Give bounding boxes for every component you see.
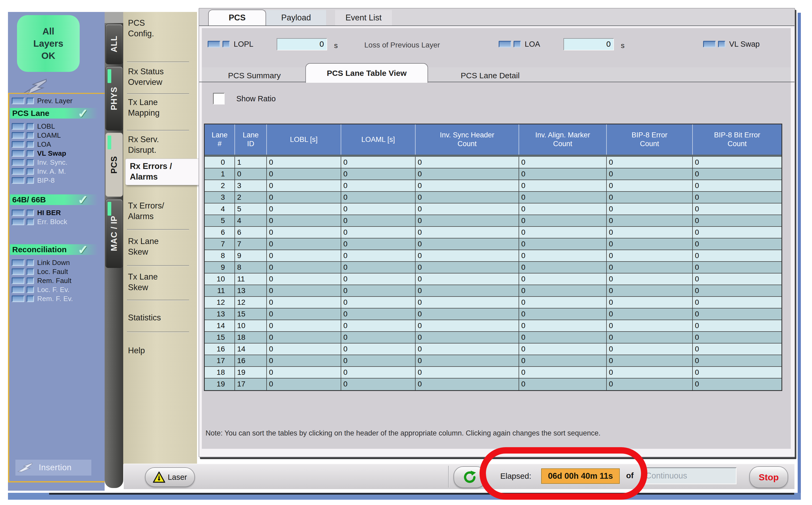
history-led xyxy=(12,296,24,302)
tab-event-list[interactable]: Event List xyxy=(335,10,392,25)
table-cell: 0 xyxy=(693,274,782,285)
table-cell: 0 xyxy=(693,215,782,226)
status-sidebar: All Layers OK Prev. LayerPCS Lane✓LOBLLO… xyxy=(8,12,105,491)
column-header-bip-8-bit-error-count[interactable]: BIP-8 Bit Error Count xyxy=(693,124,782,155)
menu-item-rx-status-overview[interactable]: Rx Status Overview xyxy=(128,66,163,88)
column-header-loaml-s[interactable]: LOAML [s] xyxy=(341,124,416,155)
table-cell: 0 xyxy=(693,157,782,168)
table-cell: 0 xyxy=(416,238,519,249)
stop-button[interactable]: Stop xyxy=(749,466,788,488)
menu-item-rx-serv-disrupt[interactable]: Rx Serv. Disrupt. xyxy=(128,134,159,155)
menu-item-pcs-config[interactable]: PCS Config. xyxy=(128,18,154,39)
table-cell: 0 xyxy=(267,157,341,168)
status-item-bip-8: BIP-8 xyxy=(10,176,103,185)
table-cell: 11 xyxy=(235,274,267,285)
status-item-label: HI BER xyxy=(37,209,61,217)
insertion-button[interactable]: Insertion xyxy=(15,460,91,476)
show-ratio-checkbox[interactable] xyxy=(213,93,225,105)
table-cell: 2 xyxy=(205,180,235,191)
table-cell: 0 xyxy=(693,320,782,331)
menu-item-rx-lane-skew[interactable]: Rx Lane Skew xyxy=(128,236,158,257)
insertion-label: Insertion xyxy=(39,463,72,472)
table-cell: 10 xyxy=(235,320,267,331)
status-group-reconciliation: Reconciliation✓ xyxy=(10,244,98,255)
table-cell: 0 xyxy=(416,297,519,308)
current-led xyxy=(26,123,34,130)
column-header-bip-8-error-count[interactable]: BIP-8 Error Count xyxy=(607,124,693,155)
layer-tab-pcs[interactable]: PCS xyxy=(105,133,123,197)
annotation-red-oval xyxy=(480,447,648,500)
history-led xyxy=(12,209,24,216)
layer-tab-all[interactable]: ALL xyxy=(105,24,123,64)
table-cell: 0 xyxy=(519,192,607,203)
menu-item-tx-errors-alarms[interactable]: Tx Errors/ Alarms xyxy=(128,200,164,222)
table-row: 1819000000 xyxy=(205,367,782,378)
menu-separator xyxy=(127,300,189,301)
table-cell: 12 xyxy=(205,297,235,308)
lopl-history-led xyxy=(208,41,220,47)
check-icon: ✓ xyxy=(78,193,88,207)
status-group-label: PCS Lane xyxy=(10,109,49,118)
table-cell: 0 xyxy=(607,332,693,343)
table-cell: 0 xyxy=(416,367,519,378)
status-item-label: LOA xyxy=(37,140,51,149)
table-cell: 0 xyxy=(416,320,519,331)
menu-separator xyxy=(127,332,189,332)
column-header-lane[interactable]: Lane # xyxy=(205,124,235,155)
table-cell: 0 xyxy=(267,355,341,366)
column-header-lane-id[interactable]: Lane ID xyxy=(235,124,267,155)
window-frame-right xyxy=(798,13,801,500)
lopl-current-led xyxy=(223,41,230,47)
content-panel: PCSPayloadEvent List LOPL 0 s Loss of Pr… xyxy=(199,8,795,457)
status-item-vl-swap: VL Swap xyxy=(10,149,103,158)
table-cell: 0 xyxy=(607,367,693,378)
loa-current-led xyxy=(513,41,521,47)
menu-item-rx-errors-alarms[interactable]: Rx Errors / Alarms xyxy=(125,159,200,185)
menu-item-statistics[interactable]: Statistics xyxy=(128,312,161,323)
table-cell: 0 xyxy=(416,343,519,355)
table-row: 77000000 xyxy=(205,238,782,250)
menu-item-help[interactable]: Help xyxy=(128,345,145,356)
subtab-pcs-lane-table-view[interactable]: PCS Lane Table View xyxy=(305,63,428,83)
table-row: 98000000 xyxy=(205,262,782,274)
table-cell: 0 xyxy=(519,309,607,320)
table-cell: 0 xyxy=(693,285,782,296)
table-row: 01000000 xyxy=(205,157,782,168)
column-header-inv-align-marker-count[interactable]: Inv. Align. Marker Count xyxy=(519,124,607,155)
layer-status-stripe xyxy=(108,202,111,216)
status-item-label: LOBL xyxy=(37,122,55,131)
menu-separator xyxy=(127,229,189,230)
table-cell: 0 xyxy=(416,378,519,390)
table-cell: 0 xyxy=(416,192,519,203)
bottom-bar: Laser Elapsed: 06d 00h 40m 11s of Contin… xyxy=(124,464,795,489)
table-cell: 0 xyxy=(341,262,416,273)
layer-tab-label: PCS xyxy=(109,156,119,174)
column-header-inv-sync-header-count[interactable]: Inv. Sync Header Count xyxy=(416,124,519,155)
table-cell: 0 xyxy=(519,215,607,226)
table-row: 66000000 xyxy=(205,227,782,238)
table-cell: 0 xyxy=(519,343,607,355)
subtab-pcs-summary[interactable]: PCS Summary xyxy=(220,69,288,82)
subtab-pcs-lane-detail[interactable]: PCS Lane Detail xyxy=(450,69,530,82)
table-cell: 0 xyxy=(607,168,693,180)
layer-tab-phys[interactable]: PHYS xyxy=(105,66,123,131)
pcs-lane-table: Lane #Lane IDLOBL [s]LOAML [s]Inv. Sync … xyxy=(204,124,782,391)
history-led xyxy=(12,150,24,157)
table-cell: 0 xyxy=(341,332,416,343)
layer-tab-mac-ip[interactable]: MAC / IP xyxy=(105,199,123,268)
table-row: 1212000000 xyxy=(205,297,782,309)
table-cell: 11 xyxy=(205,285,235,296)
laser-button[interactable]: Laser xyxy=(145,467,195,487)
table-cell: 0 xyxy=(607,262,693,273)
menu-item-tx-lane-mapping[interactable]: Tx Lane Mapping xyxy=(128,97,159,118)
menu-item-tx-lane-skew[interactable]: Tx Lane Skew xyxy=(128,272,158,293)
table-row: 1614000000 xyxy=(205,343,782,355)
tab-pcs[interactable]: PCS xyxy=(208,10,266,25)
table-cell: 0 xyxy=(607,192,693,203)
history-led xyxy=(12,159,24,166)
current-led xyxy=(26,287,34,293)
lopl-unit: s xyxy=(334,41,338,50)
column-header-lobl-s[interactable]: LOBL [s] xyxy=(267,124,341,155)
table-cell: 13 xyxy=(205,309,235,320)
tab-payload[interactable]: Payload xyxy=(266,10,326,25)
